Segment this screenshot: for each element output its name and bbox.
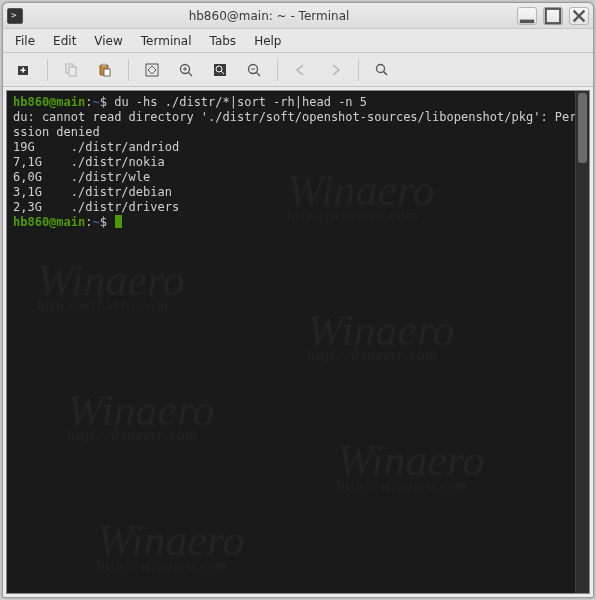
svg-line-14 xyxy=(189,72,193,76)
title-bar[interactable]: hb860@main: ~ - Terminal xyxy=(3,3,593,29)
separator xyxy=(277,59,278,81)
svg-rect-1 xyxy=(546,8,560,22)
search-button[interactable] xyxy=(367,57,397,83)
maximize-button[interactable] xyxy=(543,7,563,25)
fullscreen-button[interactable] xyxy=(137,57,167,83)
scrollbar-thumb[interactable] xyxy=(578,93,587,163)
paste-button[interactable] xyxy=(90,57,120,83)
zoom-in-button[interactable] xyxy=(171,57,201,83)
svg-rect-8 xyxy=(69,67,76,76)
menu-terminal[interactable]: Terminal xyxy=(133,31,200,51)
new-tab-button[interactable] xyxy=(9,57,39,83)
separator xyxy=(358,59,359,81)
tool-bar xyxy=(3,53,593,87)
app-icon xyxy=(7,8,23,24)
menu-file[interactable]: File xyxy=(7,31,43,51)
next-tab-button[interactable] xyxy=(320,57,350,83)
prev-tab-button[interactable] xyxy=(286,57,316,83)
copy-button[interactable] xyxy=(56,57,86,83)
separator xyxy=(128,59,129,81)
zoom-out-button[interactable] xyxy=(239,57,269,83)
svg-rect-10 xyxy=(102,63,106,66)
terminal-pane[interactable]: hb860@main:~$ du -hs ./distr/*|sort -rh|… xyxy=(6,90,590,594)
svg-rect-6 xyxy=(23,67,25,72)
window-title: hb860@main: ~ - Terminal xyxy=(27,9,511,23)
svg-line-24 xyxy=(384,71,388,75)
window: hb860@main: ~ - Terminal File Edit View … xyxy=(2,2,594,598)
svg-point-23 xyxy=(377,64,385,72)
svg-rect-0 xyxy=(520,19,534,23)
menu-help[interactable]: Help xyxy=(246,31,289,51)
svg-line-21 xyxy=(257,72,261,76)
menu-edit[interactable]: Edit xyxy=(45,31,84,51)
zoom-reset-button[interactable] xyxy=(205,57,235,83)
menu-view[interactable]: View xyxy=(86,31,130,51)
menu-bar: File Edit View Terminal Tabs Help xyxy=(3,29,593,53)
minimize-button[interactable] xyxy=(517,7,537,25)
close-button[interactable] xyxy=(569,7,589,25)
scrollbar[interactable] xyxy=(575,91,589,593)
separator xyxy=(47,59,48,81)
svg-rect-11 xyxy=(104,69,110,76)
terminal-output[interactable]: hb860@main:~$ du -hs ./distr/*|sort -rh|… xyxy=(7,91,589,234)
menu-tabs[interactable]: Tabs xyxy=(202,31,245,51)
